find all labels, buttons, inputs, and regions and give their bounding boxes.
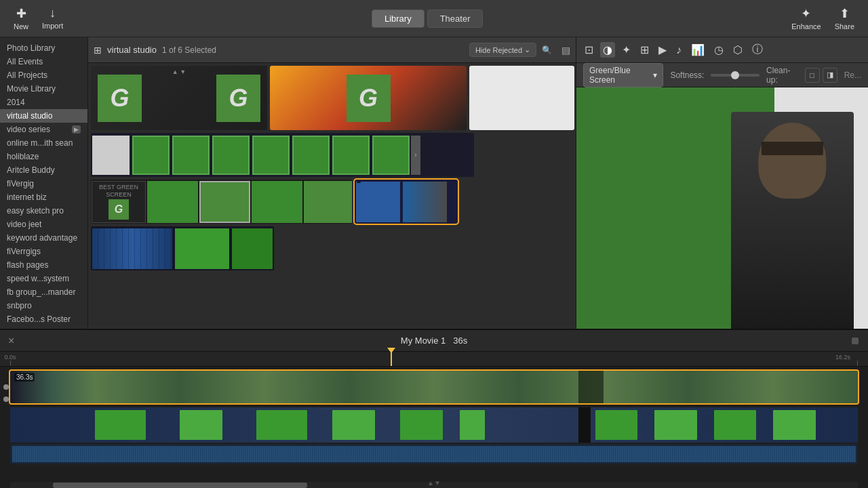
stabilize-tool-icon[interactable]: ⬡ xyxy=(730,42,745,58)
hide-rejected-button[interactable]: Hide Rejected ⌄ xyxy=(469,43,536,57)
search-icon[interactable]: 🔍 xyxy=(542,45,552,55)
scroll-thumb[interactable] xyxy=(53,483,307,488)
keying-mode-dropdown[interactable]: Green/Blue Screen ▾ xyxy=(583,63,663,87)
filter-tool-icon[interactable]: ✦ xyxy=(619,42,633,58)
import-button[interactable]: ↓ Import xyxy=(42,6,63,30)
ruler-label-end: 16.2s xyxy=(835,354,850,361)
timeline-tracks: 36.3s xyxy=(0,367,868,482)
timeline-title: My Movie 1 36s xyxy=(401,336,467,346)
audio-tool-icon[interactable]: ♪ xyxy=(673,43,684,58)
sidebar-item-video-jeet[interactable]: video jeet xyxy=(0,218,87,231)
green-block xyxy=(460,410,486,440)
sidebar-item-easy-sketch-pro[interactable]: easy sketch pro xyxy=(0,204,87,218)
color-tool-icon[interactable]: ◑ xyxy=(600,42,615,58)
timeline-area: × My Movie 1 36s 0.0s 16.2s 36.3s xyxy=(0,329,868,488)
sidebar-item-keyword-advantage[interactable]: keyword advantage xyxy=(0,231,87,245)
clip-duration xyxy=(357,182,361,183)
new-button[interactable]: ✚ New xyxy=(14,6,28,30)
softness-label: Softness: xyxy=(670,70,704,80)
video-tool-icon[interactable]: ▶ xyxy=(656,42,669,58)
clip-gap xyxy=(578,371,604,403)
enhance-icon: ✦ xyxy=(801,6,811,21)
timeline-resize-bar[interactable]: ▲▼ xyxy=(427,479,441,487)
audio-track xyxy=(10,444,858,464)
clip-item-4[interactable]: › xyxy=(91,133,474,177)
clips-row-4 xyxy=(91,226,573,270)
sidebar-item-fivergig[interactable]: fiVergig xyxy=(0,177,87,190)
filmstrip-icon[interactable]: ▤ xyxy=(561,45,570,56)
main-area: ⊞ virtual studio 1 of 6 Selected Hide Re… xyxy=(88,37,576,329)
sidebar-item-internet-biz[interactable]: internet biz xyxy=(0,190,87,204)
playhead-triangle xyxy=(387,348,395,353)
cleanup-icons: □ ◨ xyxy=(805,68,837,83)
clip-item-3[interactable] xyxy=(469,66,574,130)
share-icon: ⬆ xyxy=(840,6,850,21)
sidebar-item-speed-w[interactable]: speed w...system xyxy=(0,272,87,285)
clip-item-1[interactable]: G G ▲ ▼ xyxy=(91,66,267,130)
import-icon: ↓ xyxy=(50,6,56,20)
cleanup-icon-2[interactable]: ◨ xyxy=(823,68,837,83)
sidebar-item-online-m[interactable]: online m...ith sean xyxy=(0,136,87,150)
enhance-button[interactable]: ✦ Enhance xyxy=(791,6,821,30)
timeline-resize-handle[interactable] xyxy=(852,338,859,344)
green-block xyxy=(714,410,757,440)
sidebar-item-fiverrsgigs[interactable]: fiVerrgigs xyxy=(0,245,87,258)
movie-duration: 36s xyxy=(453,336,467,346)
preview-person xyxy=(731,112,854,329)
sidebar-item-snbpro[interactable]: snbpro xyxy=(0,299,87,312)
timeline-header: × My Movie 1 36s xyxy=(0,330,868,352)
cleanup-icon-1[interactable]: □ xyxy=(805,68,820,83)
hide-rejected-label: Hide Rejected xyxy=(475,46,522,54)
chart-tool-icon[interactable]: 📊 xyxy=(688,42,707,58)
sidebar-item-photo-library[interactable]: Photo Library xyxy=(0,41,87,55)
timeline-ruler: 0.0s 16.2s xyxy=(0,352,868,367)
sidebar-video-series-label: video series xyxy=(7,125,50,134)
crop-tool-icon[interactable]: ⊡ xyxy=(582,42,596,58)
green-overlay-clip[interactable] xyxy=(10,407,858,443)
sidebar-item-movie-library[interactable]: Movie Library xyxy=(0,82,87,96)
sidebar-item-all-projects[interactable]: All Projects xyxy=(0,68,87,82)
sidebar-item-facebook-poster[interactable]: Facebo...s Poster xyxy=(0,312,87,326)
enhance-label: Enhance xyxy=(791,22,821,30)
sidebar-item-holiblaze[interactable]: holiblaze xyxy=(0,150,87,163)
sidebar-item-all-events[interactable]: All Events xyxy=(0,55,87,68)
green-block xyxy=(400,410,443,440)
sidebar-item-virtual-studio[interactable]: virtual studio xyxy=(0,109,87,123)
info-tool-icon[interactable]: ⓘ xyxy=(749,41,766,58)
sidebar-item-fb-group[interactable]: fb group_...mander xyxy=(0,285,87,299)
library-tab[interactable]: Library xyxy=(372,9,425,28)
movie-title: My Movie 1 xyxy=(401,336,446,346)
transform-tool-icon[interactable]: ⊞ xyxy=(637,42,652,58)
keying-bar: Green/Blue Screen ▾ Softness: Clean-up: … xyxy=(576,63,868,87)
sidebar-item-2014[interactable]: 2014 xyxy=(0,96,87,109)
softness-slider[interactable] xyxy=(711,74,760,77)
keying-mode-label: Green/Blue Screen xyxy=(589,66,650,85)
toolbar-right: ✦ Enhance ⬆ Share xyxy=(791,6,854,30)
clip-item-5[interactable]: BEST GREENSCREEN G xyxy=(91,180,352,224)
clip-item-6[interactable] xyxy=(355,180,458,224)
main-clip-timestamp: 36.3s xyxy=(14,373,35,382)
main-video-track: 36.3s xyxy=(10,369,858,405)
preview-area xyxy=(576,87,868,329)
theater-tab[interactable]: Theater xyxy=(427,9,484,28)
import-label: Import xyxy=(42,22,63,30)
new-icon: ✚ xyxy=(16,6,26,21)
green-block xyxy=(654,410,697,440)
ruler-tick-end xyxy=(857,361,858,366)
playhead[interactable] xyxy=(391,352,392,366)
speed-tool-icon[interactable]: ◷ xyxy=(711,42,726,58)
sidebar-item-flash-pages[interactable]: flash pages xyxy=(0,258,87,272)
clip-item-2[interactable]: G xyxy=(270,66,467,130)
library-title: virtual studio xyxy=(107,45,157,55)
main-clip[interactable]: 36.3s xyxy=(10,371,858,403)
share-button[interactable]: ⬆ Share xyxy=(835,6,854,30)
cleanup-label: Clean-up: xyxy=(766,66,798,85)
sidebar-item-aritcle-buddy[interactable]: Aritcle Buddy xyxy=(0,163,87,177)
green-overlay-track xyxy=(10,407,858,443)
sidebar-item-video-series[interactable]: video series ▶ xyxy=(0,123,87,136)
grid-toggle-button[interactable]: ⊞ xyxy=(94,45,102,56)
dropdown-chevron-icon: ▾ xyxy=(653,70,657,80)
clip-item-7[interactable] xyxy=(91,226,274,270)
ruler-tick-start xyxy=(10,361,11,366)
timeline-close-button[interactable]: × xyxy=(8,335,14,347)
